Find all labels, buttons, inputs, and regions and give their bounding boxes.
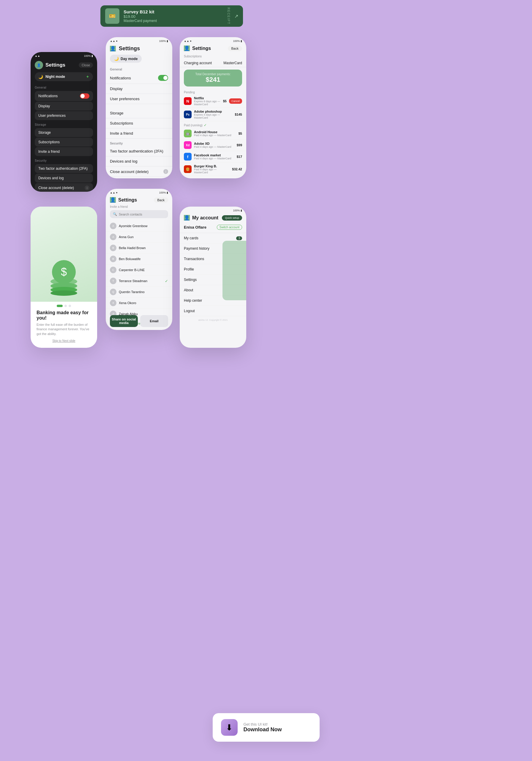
netflix-price: $5 <box>223 99 227 103</box>
invite-phone: ▲▲ ● 100% ▮ 👤 Settings Back Invite a fri… <box>106 189 172 330</box>
dark-display-item[interactable]: Display <box>35 102 93 111</box>
light-notifications-item[interactable]: Notifications <box>106 72 172 84</box>
onboarding-card: $ Banking made easy for you! Enter the f… <box>30 206 97 348</box>
contact-ayomide[interactable]: A Ayomide Greenbow <box>106 220 172 232</box>
pending-label: Pending <box>180 89 246 94</box>
light-userprefs-label: User preferences <box>110 96 139 101</box>
light-notifications-toggle[interactable] <box>158 75 168 81</box>
contact-avatar: B <box>110 245 117 251</box>
notifications-toggle[interactable] <box>80 93 89 99</box>
share-social-button[interactable]: Share on social media <box>110 315 138 327</box>
dark-mode-toggle[interactable]: 🌙 Night mode ✦ <box>35 72 93 81</box>
xd-price: $99 <box>237 143 242 147</box>
dark-storage-section: Storage <box>30 121 97 128</box>
moon-icon: 🌙 <box>38 75 43 79</box>
light-closeaccount-item[interactable]: Close account (delete) i <box>106 166 172 177</box>
light-storage-section <box>106 105 172 108</box>
sub-item-netflix[interactable]: N Netflix Expires 8 days ago — MasterCar… <box>180 94 246 108</box>
sub-item-photoshop[interactable]: Ps Adobe photoshop Expires 4 days ago — … <box>180 108 246 121</box>
xd-meta: Paid 4 days ago — MasterCard <box>194 146 235 148</box>
dark-invite-item[interactable]: Invite a friend <box>35 147 93 156</box>
copyright-text: abirbs UI. Copyright © 2021 <box>180 316 246 324</box>
light-subscriptions-item[interactable]: Subscriptions <box>106 118 172 128</box>
contact-avatar: A <box>110 223 117 229</box>
dark-devices-item[interactable]: Devices and log <box>35 174 93 183</box>
contact-quentin[interactable]: Q Quentin Tarantino <box>106 287 172 298</box>
dark-devices-label: Devices and log <box>38 176 64 180</box>
sub-section-label: Subscriptions <box>180 53 246 59</box>
dark-display-label: Display <box>38 104 50 108</box>
invite-back-button[interactable]: Back <box>154 198 168 203</box>
light-storage-item[interactable]: Storage <box>106 108 172 118</box>
receipt-info: Survey B12 kit $19.00 MasterCard payment <box>124 9 223 23</box>
dark-subscriptions-item[interactable]: Subscriptions <box>35 138 93 146</box>
dark-user-prefs-item[interactable]: User preferences <box>35 111 93 120</box>
receipt-arrow-icon[interactable]: ↗ <box>235 13 238 19</box>
light-storage-label: Storage <box>110 111 124 115</box>
burgerking-icon: 🍔 <box>184 165 191 173</box>
photoshop-price: $145 <box>235 113 242 116</box>
dark-closeaccount-item[interactable]: Close account (delete) i <box>35 183 93 192</box>
dot-2 <box>65 305 67 307</box>
light-display-item[interactable]: Display <box>106 84 172 94</box>
logout-item[interactable]: Logout <box>180 306 246 316</box>
dollar-coin-icon: $ <box>52 260 76 284</box>
quicksetup-button[interactable]: Quick setup <box>222 215 242 220</box>
day-mode-toggle[interactable]: 🌙 Day mode <box>110 55 142 63</box>
xd-name: Adobe XD <box>194 142 235 146</box>
charging-value: MasterCard <box>223 61 242 65</box>
sub-status-bar: ▲▲ ● 100% ▮ <box>180 37 246 44</box>
user-row: Enisa Oflare Switch account <box>180 223 246 233</box>
search-icon: 🔍 <box>113 212 117 216</box>
burgerking-price: $32.42 <box>232 167 242 171</box>
light-invite-item[interactable]: Invite a friend <box>106 128 172 139</box>
contact-carpenter[interactable]: C Carpenter B-LINE <box>106 264 172 275</box>
search-input[interactable] <box>119 212 165 216</box>
receipt-image: 🎫 <box>105 8 119 24</box>
android-icon: 🤖 <box>184 130 191 137</box>
sub-item-burgerking[interactable]: 🍔 Burger King B. Paid 4 days ago — Maste… <box>180 163 246 176</box>
signal-icon: ▲▲ ● <box>184 39 191 42</box>
sub-back-button[interactable]: Back <box>228 46 242 51</box>
payment-history-label: Payment history <box>184 247 209 251</box>
dark-storage-item[interactable]: Storage <box>35 128 93 137</box>
about-label: About <box>184 288 193 292</box>
contact-ben[interactable]: B Ben Boluwatife <box>106 254 172 264</box>
download-main-text: Download Now <box>243 727 282 733</box>
android-name: Android House <box>194 130 236 134</box>
battery-icon: 100% ▮ <box>159 39 168 42</box>
sub-item-xd[interactable]: Xd Adobe XD Paid 4 days ago — MasterCard… <box>180 140 246 151</box>
dark-twofa-item[interactable]: Two factor authentication (2FA) <box>35 164 93 173</box>
netflix-cancel-button[interactable]: Cancel <box>229 98 242 104</box>
onboarding-title: Banking made easy for you! <box>36 310 91 321</box>
info-icon[interactable]: i <box>85 186 89 190</box>
helpcenter-label: Help center <box>184 298 202 303</box>
contact-anna[interactable]: A Anna Gun <box>106 232 172 243</box>
sub-avatar: 👤 <box>184 45 190 51</box>
dark-close-button[interactable]: Close <box>79 62 93 68</box>
contact-xena[interactable]: X Xena Okoro <box>106 298 172 309</box>
paid-label-text: Paid (running) <box>184 124 203 127</box>
myaccount-avatar: 👤 <box>184 215 190 220</box>
skip-link[interactable]: Skip to Next slide <box>36 339 91 342</box>
burgerking-name: Burger King B. <box>194 164 230 168</box>
dark-notifications-item[interactable]: Notifications <box>35 91 93 101</box>
facebook-icon: f <box>184 153 191 160</box>
battery-icon: 100% ▮ <box>159 191 168 194</box>
light-info-icon[interactable]: i <box>163 169 168 174</box>
download-banner[interactable]: ⬇ Get this UI kit! Download Now <box>213 713 320 742</box>
search-contacts-field[interactable]: 🔍 <box>110 210 168 218</box>
email-button[interactable]: Email <box>140 315 168 327</box>
dark-storage-label: Storage <box>38 131 51 135</box>
light-devices-item[interactable]: Devices and log <box>106 156 172 166</box>
light-userprefs-item[interactable]: User preferences <box>106 94 172 104</box>
contact-bella[interactable]: B Bella Hadid Brown <box>106 243 172 254</box>
switch-account-button[interactable]: Switch account <box>217 225 242 230</box>
contact-terrance[interactable]: T Terrance Steadman ✓ <box>106 275 172 287</box>
sub-item-facebook[interactable]: f Facebook market Paid 4 days ago — Mast… <box>180 151 246 163</box>
receipt-label: RECEIPT <box>227 7 230 25</box>
light-twofa-item[interactable]: Two factor authentication (2FA) <box>106 146 172 156</box>
total-amount: $241 <box>188 76 238 84</box>
sub-item-android[interactable]: 🤖 Android House Paid 4 days ago — Master… <box>180 128 246 140</box>
day-icon: 🌙 <box>114 56 119 61</box>
